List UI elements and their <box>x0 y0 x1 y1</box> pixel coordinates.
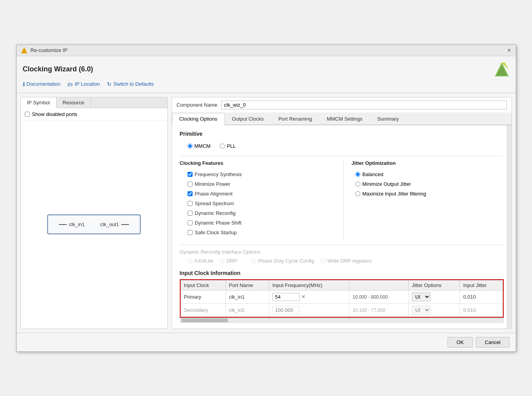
freq-synthesis-checkbox[interactable] <box>188 172 193 177</box>
folder-icon: 🗁 <box>67 81 73 87</box>
clock-table-header-row: Input Clock Port Name Input Frequency(MH… <box>181 280 503 290</box>
jitter-min-output: Minimize Output Jitter <box>355 181 504 187</box>
tab-clocking-options[interactable]: Clocking Options <box>172 113 225 125</box>
tab-mmcm-settings[interactable]: MMCM Settings <box>319 113 370 125</box>
secondary-jitter-select[interactable]: UI PS <box>412 306 430 315</box>
tab-ip-symbol[interactable]: IP Symbol <box>21 97 57 108</box>
port-out-line <box>121 224 129 225</box>
documentation-button[interactable]: ℹ Documentation <box>23 81 60 87</box>
tab-output-clocks[interactable]: Output Clocks <box>225 113 271 125</box>
show-disabled-ports-row: Show disabled ports <box>21 108 167 121</box>
radio-mmcm: MMCM <box>188 143 211 149</box>
clock-table-wrapper: Input Clock Port Name Input Frequency(MH… <box>180 279 504 318</box>
horizontal-scrollbar[interactable] <box>180 318 504 323</box>
header-area: Clocking Wizard (6.0) ℹ Documentation 🗁 … <box>17 56 516 93</box>
spread-spectrum-checkbox[interactable] <box>188 201 193 206</box>
left-panel: IP Symbol Resource Show disabled ports c… <box>21 97 168 329</box>
phase-alignment-checkbox[interactable] <box>188 191 193 196</box>
clock-table: Input Clock Port Name Input Frequency(MH… <box>181 280 503 317</box>
tab-port-renaming[interactable]: Port Renaming <box>271 113 319 125</box>
phase-duty-cycle-item: Phase Duty Cycle Config <box>251 258 314 264</box>
jitter-optimization-title: Jitter Optimization <box>351 160 504 168</box>
axi4lite-radio[interactable] <box>188 258 193 263</box>
feature-dynamic-reconfig: Dynamic Reconfig <box>188 210 332 216</box>
title-bar: Re-customize IP × <box>17 45 516 56</box>
dynamic-reconfig-checkbox[interactable] <box>188 211 193 216</box>
primary-clock-label: Primary <box>181 290 226 303</box>
tab-content-wrapper: Primitive MMCM PLL <box>172 125 511 329</box>
write-drp-item: Write DRP registers <box>320 258 372 264</box>
tab-resource[interactable]: Resource <box>57 97 91 108</box>
port-out-label: clk_out1 <box>100 221 119 227</box>
cancel-button[interactable]: Cancel <box>476 337 509 348</box>
component-name-label: Component Name <box>177 102 218 108</box>
mmcm-label: MMCM <box>195 143 211 149</box>
xilinx-logo <box>494 62 510 77</box>
secondary-freq-input[interactable] <box>272 306 300 314</box>
dynamic-phase-shift-checkbox[interactable] <box>188 220 193 225</box>
radio-pll: PLL <box>220 143 236 149</box>
jitter-optimization-col: Jitter Optimization Balanced Minimize Ou… <box>343 160 504 239</box>
app-title-text: Clocking Wizard (6.0) <box>23 65 93 73</box>
pll-radio[interactable] <box>220 144 225 149</box>
close-button[interactable]: × <box>507 47 511 54</box>
spread-spectrum-label: Spread Spectrum <box>195 201 234 206</box>
drp-radio[interactable] <box>220 258 225 263</box>
switch-defaults-label: Switch to Defaults <box>114 81 154 87</box>
port-in-label: clk_in1 <box>69 221 84 227</box>
primary-input-jitter: 0.010 <box>460 290 503 303</box>
drp-section: Dynamic Reconfig Interface Options AXI4L… <box>180 245 504 264</box>
safe-clock-startup-checkbox[interactable] <box>188 230 193 235</box>
refresh-icon: ↻ <box>107 81 112 87</box>
ok-button[interactable]: OK <box>448 337 473 348</box>
info-icon: ℹ <box>23 81 25 87</box>
mmcm-radio[interactable] <box>188 144 193 149</box>
clocking-options-content: Primitive MMCM PLL <box>172 125 511 329</box>
axi4lite-label: AXI4Lite <box>195 258 213 264</box>
primary-freq-input[interactable] <box>272 293 300 301</box>
primary-freq-clear[interactable]: ✕ <box>301 294 306 300</box>
table-row: Primary clk_in1 ✕ <box>181 290 503 303</box>
port-in-row: clk_in1 <box>59 221 84 227</box>
safe-clock-startup-label: Safe Clock Startup <box>195 230 237 235</box>
clock-table-scroll-wrapper[interactable]: Input Clock Port Name Input Frequency(MH… <box>180 279 504 323</box>
feature-safe-clock: Safe Clock Startup <box>188 230 332 235</box>
drp-interface-row: AXI4Lite DRP Phase Duty Cycle Config <box>188 258 504 264</box>
vertical-scrollbar[interactable] <box>507 125 511 329</box>
feature-spread-spectrum: Spread Spectrum <box>188 201 332 206</box>
jitter-balanced-radio[interactable] <box>355 172 360 177</box>
drp-drp: DRP <box>220 258 237 264</box>
jitter-min-output-radio[interactable] <box>355 182 360 187</box>
component-name-input[interactable] <box>221 100 507 109</box>
col-header-input-jitter: Input Jitter <box>460 280 503 290</box>
jitter-balanced-label: Balanced <box>362 171 383 177</box>
jitter-max-input: Maximize Input Jitter filtering <box>355 191 504 197</box>
tab-resource-label: Resource <box>63 100 84 105</box>
switch-defaults-button[interactable]: ↻ Switch to Defaults <box>107 81 154 87</box>
tab-summary[interactable]: Summary <box>370 113 406 125</box>
write-drp-checkbox[interactable] <box>320 258 325 263</box>
dynamic-reconfig-label: Dynamic Reconfig <box>195 210 236 216</box>
h-scroll-thumb[interactable] <box>181 318 228 322</box>
primary-jitter-select[interactable]: UI PS <box>412 292 430 301</box>
feature-minimize-power: Minimize Power <box>188 181 332 187</box>
tab-clocking-options-label: Clocking Options <box>179 116 217 122</box>
ip-location-button[interactable]: 🗁 IP Location <box>67 81 100 87</box>
phase-alignment-label: Phase Alignment <box>195 191 233 197</box>
ip-symbol-body: clk_in1 clk_out1 <box>21 121 167 329</box>
tab-ip-symbol-label: IP Symbol <box>27 100 50 105</box>
show-disabled-ports-checkbox[interactable] <box>25 112 30 117</box>
drp-section-title: Dynamic Reconfig Interface Options <box>180 249 504 255</box>
jitter-max-input-radio[interactable] <box>355 191 360 196</box>
footer-row: OK Cancel <box>17 333 516 351</box>
col-header-jitter-options: Jitter Options <box>408 280 460 290</box>
ip-symbol-box: clk_in1 clk_out1 <box>47 214 141 234</box>
minimize-power-checkbox[interactable] <box>188 182 193 187</box>
tab-summary-label: Summary <box>377 116 399 122</box>
table-row: Secondary clk_in2 <box>181 303 503 316</box>
phase-duty-cycle-checkbox[interactable] <box>251 258 256 263</box>
col-header-freq: Input Frequency(MHz) <box>269 280 349 290</box>
drp-label: DRP <box>227 258 237 264</box>
tab-output-clocks-label: Output Clocks <box>232 116 264 122</box>
primary-freq-cell: ✕ <box>269 290 349 303</box>
